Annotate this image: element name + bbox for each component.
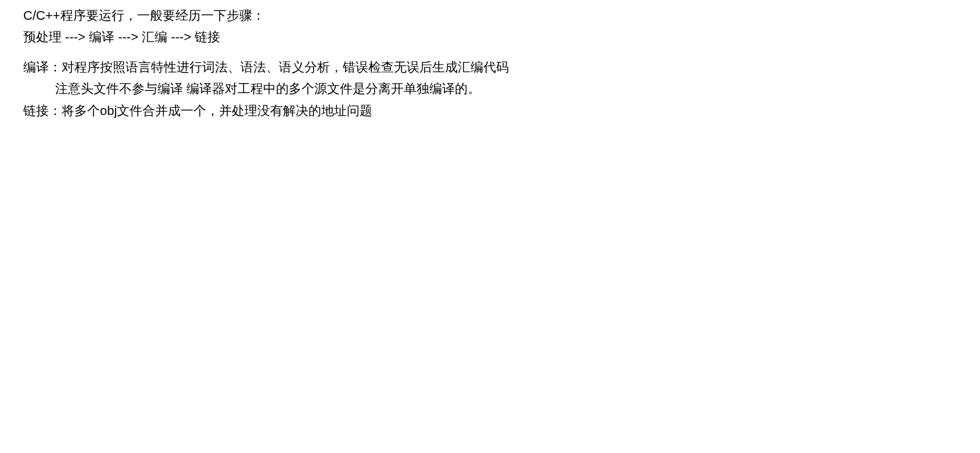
intro-line5: 链接：将多个obj文件合并成一个，并处理没有解决的地址问题 <box>23 100 957 121</box>
intro-text: C/C++程序要运行，一般要经历一下步骤： 预处理 ---> 编译 ---> 汇… <box>23 5 957 121</box>
intro-line3: 编译：对程序按照语言特性进行词法、语法、语义分析，错误检查无误后生成汇编代码 <box>23 56 957 78</box>
intro-line1: C/C++程序要运行，一般要经历一下步骤： <box>23 5 957 26</box>
intro-line4: 注意头文件不参与编译 编译器对工程中的多个源文件是分离开单独编译的。 <box>23 78 957 99</box>
intro-line2: 预处理 ---> 编译 ---> 汇编 ---> 链接 <box>23 26 957 48</box>
